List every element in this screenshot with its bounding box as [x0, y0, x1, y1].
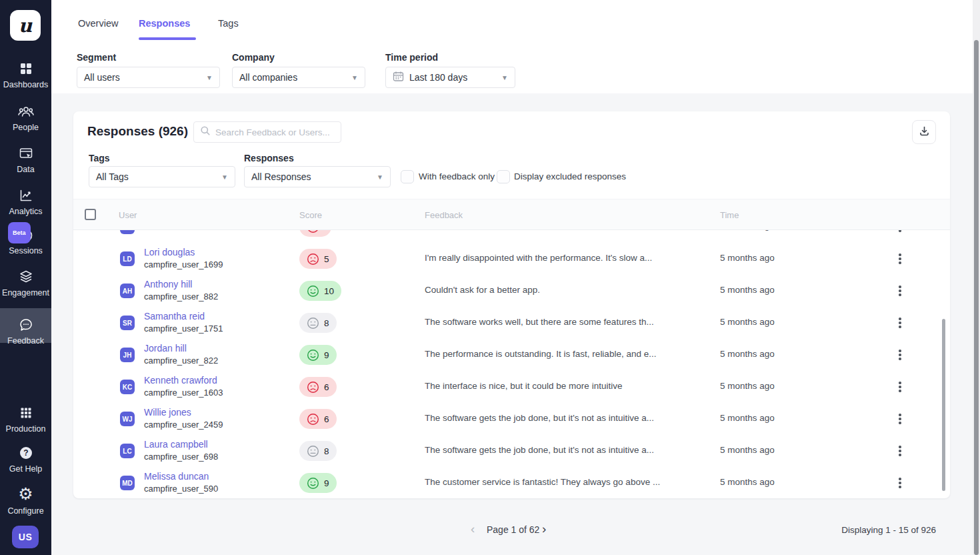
topbar: Overview Responses Tags Segment All user… — [51, 0, 973, 93]
engagement-layers-icon — [0, 267, 51, 286]
tags-dropdown[interactable]: All Tags ▼ — [89, 166, 235, 187]
time-period-dropdown[interactable]: Last 180 days ▼ — [385, 67, 515, 88]
sidebar-item-dashboards[interactable]: Dashboards — [0, 59, 51, 89]
beta-badge: Beta — [8, 222, 31, 243]
table-row: JH Jordan hillcampfire_user_822 9 The pe… — [73, 339, 950, 371]
sidebar-item-label: Production — [0, 424, 51, 434]
score-badge: 10 — [299, 281, 341, 301]
row-menu-button[interactable] — [894, 251, 906, 266]
people-icon — [0, 101, 51, 120]
face-icon — [307, 413, 319, 426]
avatar: MD — [120, 476, 135, 490]
company-filter-label: Company — [232, 52, 275, 63]
user-id: campfire_user_882 — [144, 291, 218, 302]
search-box[interactable] — [193, 121, 341, 143]
segment-dropdown-value: All users — [84, 72, 120, 83]
user-name-link[interactable]: Anthony hill — [144, 278, 218, 291]
table-row: SR Samantha reidcampfire_user_1751 8 The… — [73, 307, 950, 339]
company-dropdown[interactable]: All companies ▼ — [232, 67, 365, 88]
column-header-score: Score — [299, 210, 322, 220]
select-all-checkbox[interactable] — [85, 209, 96, 220]
time-text: 5 months ago — [720, 253, 775, 263]
user-id: campfire_user_1699 — [144, 259, 223, 270]
row-menu-button[interactable] — [894, 444, 906, 458]
user-name-link[interactable]: Kenneth crawford — [144, 374, 223, 387]
calendar-icon — [393, 71, 409, 84]
tags-filter-label: Tags — [89, 153, 110, 163]
sidebar-item-engagement[interactable]: Engagement — [0, 267, 51, 298]
feedback-text: The interface is nice, but it could be m… — [425, 381, 705, 391]
pagination-label: Page 1 of 62 — [487, 524, 539, 535]
user-name-link[interactable]: Jordan hill — [144, 342, 218, 355]
displaying-count: Displaying 1 - 15 of 926 — [841, 525, 936, 535]
search-input[interactable] — [215, 127, 335, 137]
page-scrollbar-thumb[interactable] — [974, 40, 979, 555]
production-grid-icon — [0, 403, 51, 422]
row-menu-button[interactable] — [894, 476, 906, 490]
tab-responses[interactable]: Responses — [139, 18, 190, 29]
sidebar: u Dashboards People Data Analytics — [0, 0, 51, 555]
user-name-link[interactable]: Lori douglas — [144, 246, 223, 259]
row-menu-button[interactable] — [894, 284, 906, 298]
display-excluded-checkbox[interactable] — [497, 170, 510, 183]
row-menu-button[interactable] — [894, 380, 906, 394]
table-row: WJ Willie jonescampfire_user_2459 6 The … — [73, 403, 950, 435]
column-header-time: Time — [720, 210, 739, 220]
download-button[interactable] — [912, 120, 936, 144]
row-menu-button[interactable] — [894, 412, 906, 426]
sidebar-item-sessions[interactable]: Beta Sessions — [0, 225, 51, 255]
sidebar-item-production[interactable]: Production — [0, 403, 51, 434]
with-feedback-only-label: With feedback only — [419, 171, 495, 181]
segment-dropdown[interactable]: All users ▼ — [77, 67, 220, 88]
svg-text:?: ? — [23, 448, 28, 458]
table-row: KC Kenneth crawfordcampfire_user_1603 6 … — [73, 371, 950, 403]
score-badge: 6 — [299, 409, 337, 429]
face-icon — [307, 349, 319, 362]
user-name-link[interactable]: Laura campbell — [144, 438, 218, 451]
table-row: MD Melissa duncancampfire_user_590 9 The… — [73, 467, 950, 498]
sidebar-item-people[interactable]: People — [0, 101, 51, 132]
tab-overview[interactable]: Overview — [78, 18, 118, 29]
table-row: LC Laura campbellcampfire_user_698 8 The… — [73, 435, 950, 467]
download-icon — [919, 125, 930, 139]
face-icon — [307, 445, 319, 458]
feedback-text: The software gets the job done, but it's… — [425, 413, 705, 423]
search-icon — [200, 125, 211, 139]
user-name-link[interactable]: Willie jones — [144, 406, 223, 419]
sidebar-item-feedback[interactable]: Feedback — [0, 308, 51, 343]
column-header-user: User — [119, 210, 137, 220]
row-menu-button[interactable] — [894, 316, 906, 330]
user-id: campfire_user_698 — [144, 451, 218, 462]
responses-dropdown-value: All Responses — [251, 171, 311, 182]
avatar: AH — [120, 284, 135, 298]
table-scrollbar-thumb[interactable] — [942, 319, 945, 491]
with-feedback-only-checkbox[interactable] — [401, 170, 414, 183]
row-menu-button[interactable] — [894, 348, 906, 362]
responses-dropdown[interactable]: All Responses ▼ — [244, 166, 391, 187]
sessions-play-icon: Beta — [17, 225, 35, 243]
workspace-badge[interactable]: US — [12, 526, 39, 548]
responses-filter-label: Responses — [244, 153, 294, 163]
card-title: Responses (926) — [87, 124, 188, 139]
row-menu-button[interactable] — [894, 230, 906, 234]
dashboards-grid-icon — [0, 59, 51, 77]
table-row: LD Lori douglascampfire_user_1699 5 I'm … — [73, 243, 950, 275]
score-value: 10 — [324, 286, 334, 296]
user-id: campfire_user_1603 — [144, 387, 223, 398]
time-text: 5 months ago — [720, 381, 775, 391]
tab-tags[interactable]: Tags — [218, 18, 239, 29]
avatar: KC — [120, 380, 135, 394]
sidebar-item-data[interactable]: Data — [0, 143, 51, 174]
sidebar-item-get-help[interactable]: ? Get Help — [0, 443, 51, 474]
face-icon — [307, 317, 319, 330]
sidebar-item-analytics[interactable]: Analytics — [0, 185, 51, 216]
pagination-next-button[interactable]: › — [542, 522, 546, 536]
sidebar-item-label: Data — [0, 165, 51, 174]
chevron-down-icon: ▼ — [501, 74, 508, 81]
sidebar-item-configure[interactable]: ⚙ Configure — [0, 485, 51, 516]
pagination-prev-button[interactable]: ‹ — [471, 522, 475, 536]
user-name-link[interactable]: Melissa duncan — [144, 470, 218, 483]
user-name-link[interactable]: Samantha reid — [144, 310, 223, 323]
time-text: 5 months ago — [720, 413, 775, 423]
app-logo[interactable]: u — [10, 10, 41, 41]
